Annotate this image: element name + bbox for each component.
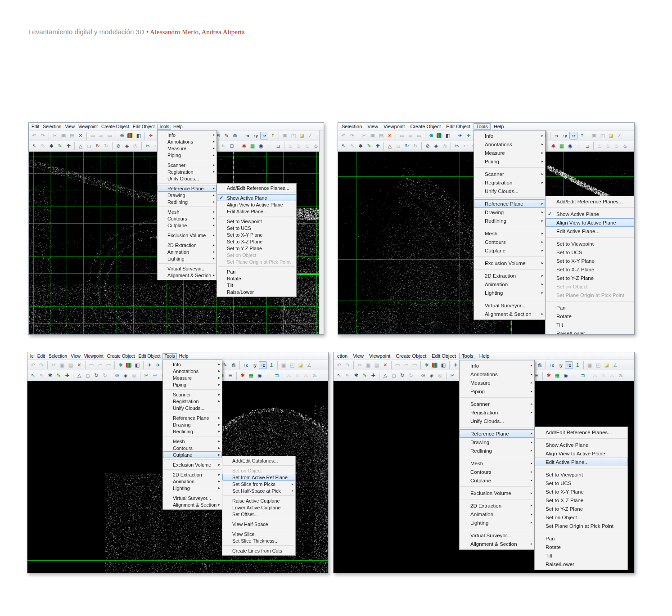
pan-hand-icon[interactable]: ✱ — [356, 142, 365, 150]
menu-item-set-on-object[interactable]: Set on Object — [535, 513, 627, 522]
highlight-option-icon[interactable]: ◪ — [298, 132, 306, 139]
render-mode-icon[interactable]: ❋ — [118, 132, 126, 139]
menu-item-scanner[interactable]: Scanner▸ — [474, 170, 545, 178]
select-cursor-icon[interactable]: ↖ — [339, 142, 347, 150]
menu-item-set-to-ucs[interactable]: Set to UCS — [546, 248, 635, 256]
redo-icon[interactable]: ↷ — [343, 361, 352, 369]
intensity-icon[interactable]: ◧ — [439, 361, 447, 369]
menu-item-set-to-y-z-plane[interactable]: Set to Y-Z Plane — [546, 274, 635, 282]
eraser-plane-icon[interactable]: ⊘ — [424, 142, 432, 150]
menu-item-registration[interactable]: Registration▸ — [474, 178, 545, 187]
menu-item-set-slice-from-picks[interactable]: Set Slice from Picks▸ — [222, 481, 295, 487]
ghost-object-icon[interactable]: ◌ — [266, 142, 274, 150]
menu-item-cutplane[interactable]: Cutplane▸ — [158, 222, 216, 229]
render-mode-icon[interactable]: ❋ — [423, 361, 431, 369]
draw-pen-icon[interactable]: ✎ — [54, 372, 63, 379]
spin-icon[interactable]: ↻ — [101, 372, 109, 379]
menu-item-alignment-section[interactable]: Alignment & Section▸ — [474, 310, 545, 318]
menu-item-measure[interactable]: Measure▸ — [163, 374, 222, 381]
up-z-button[interactable]: ↑z — [569, 132, 577, 139]
menu-item-set-from-active-ref-plane[interactable]: Set from Active Ref Plane — [222, 474, 295, 481]
menubar-item-edit-object[interactable]: Edit Object — [131, 124, 157, 130]
menu-item-add-edit-reference-planes[interactable]: Add/Edit Reference Planes... — [535, 428, 627, 436]
angle-measure-icon[interactable]: ∠ — [611, 361, 619, 369]
multi-pick-icon[interactable]: ⇖ — [348, 142, 356, 150]
menu-item-exclusion-volume[interactable]: Exclusion Volume▸ — [163, 461, 222, 468]
scan-pot-3-icon[interactable]: ♨ — [608, 372, 616, 379]
menu-item-annotations[interactable]: Annotations▸ — [163, 368, 222, 374]
menu-item-virtual-surveyor[interactable]: Virtual Surveyor... — [163, 495, 222, 501]
menu-item-set-offset[interactable]: Set Offset... — [222, 511, 295, 517]
menubar-item-edit-object[interactable]: Edit Object — [137, 353, 162, 359]
menu-item-edit-active-plane[interactable]: Edit Active Plane... — [535, 458, 627, 466]
fence-all-icon[interactable]: ▭ — [104, 361, 113, 369]
color-map-icon[interactable] — [437, 133, 442, 138]
menu-item-align-view-to-active-plane[interactable]: Align View to Active Plane — [217, 201, 296, 208]
pivot-icon[interactable]: ◎ — [436, 372, 444, 379]
cut-icon[interactable]: ✂ — [51, 132, 59, 139]
menubar-item-view[interactable]: View — [63, 124, 77, 130]
grow-vertical-icon[interactable]: ↥ — [578, 132, 586, 139]
menu-item-set-to-viewpoint[interactable]: Set to Viewpoint — [546, 239, 635, 248]
fence-rect-icon[interactable]: □ — [84, 372, 92, 379]
menu-item-animation[interactable]: Animation▸ — [163, 478, 222, 485]
pan-hand-icon[interactable]: ✱ — [352, 372, 360, 379]
menu-item-drawing[interactable]: Drawing▸ — [474, 208, 545, 216]
menu-item-align-view-to-active-plane[interactable]: Align View to Active Plane — [535, 449, 627, 458]
select-cursor-icon[interactable]: ↖ — [30, 142, 38, 150]
view-option-icon[interactable]: ▣ — [280, 361, 288, 369]
menu-item-raise-lower[interactable]: Raise/Lower — [535, 560, 627, 568]
menu-item-piping[interactable]: Piping▸ — [474, 157, 545, 166]
scan-pot-4-icon[interactable]: ♨ — [311, 372, 319, 379]
mesh-grid-icon[interactable]: ▦ — [553, 372, 561, 379]
menu-item-lighting[interactable]: Lighting▸ — [158, 255, 216, 262]
paste-icon[interactable]: ▤ — [377, 132, 385, 139]
menu-item-set-to-y-z-plane[interactable]: Set to Y-Z Plane — [535, 504, 627, 513]
menu-item-set-plane-origin-at-pick-point[interactable]: Set Plane Origin at Pick Point — [535, 522, 627, 530]
paste-icon[interactable]: ▤ — [68, 132, 76, 139]
color-map-icon[interactable] — [126, 363, 132, 368]
cube-view-icon[interactable]: ◈ — [432, 142, 440, 150]
translate-icon[interactable]: ✚ — [63, 372, 71, 379]
draw-pen-icon[interactable]: ✎ — [56, 142, 64, 150]
menu-item-info[interactable]: Info▸ — [158, 131, 216, 138]
grow-vertical-icon[interactable]: ↥ — [573, 361, 582, 369]
undo-icon[interactable]: ↶ — [335, 361, 343, 369]
view-option-icon[interactable]: ▣ — [281, 132, 289, 139]
redo-icon[interactable]: ↷ — [37, 361, 45, 369]
copy-icon[interactable]: ▣ — [58, 361, 66, 369]
sphere-object-icon[interactable]: ◉ — [257, 142, 265, 150]
menu-item-piping[interactable]: Piping▸ — [163, 381, 222, 388]
menubar-item-edit[interactable]: Edit — [36, 353, 47, 359]
scan-world-icon[interactable]: ✈ — [145, 361, 153, 369]
multi-pick-icon[interactable]: ⇖ — [39, 142, 47, 150]
view-option-2-icon[interactable]: ◰ — [599, 132, 607, 139]
port-icon[interactable]: ⊐ — [579, 372, 587, 379]
translate-icon[interactable]: ✚ — [374, 142, 382, 150]
view-back-icon[interactable]: ↩ — [461, 142, 469, 150]
menu-item-pan[interactable]: Pan — [546, 303, 635, 312]
fence-lasso-icon[interactable]: △ — [75, 372, 83, 379]
fence-all-icon[interactable]: ▭ — [410, 361, 419, 369]
menubar-item-tools[interactable]: Tools — [162, 353, 176, 359]
menu-item-info[interactable]: Info▸ — [474, 131, 545, 140]
copy-icon[interactable]: ▣ — [364, 361, 372, 369]
menu-item-set-to-x-z-plane[interactable]: Set to X-Z Plane — [546, 265, 635, 274]
menu-item-unify-clouds[interactable]: Unify Clouds... — [158, 175, 216, 182]
menubar-item-view[interactable]: View — [69, 353, 82, 359]
spin-icon[interactable]: ↻ — [411, 142, 419, 150]
axes-pick-icon[interactable]: ✱ — [239, 372, 247, 379]
render-mode-icon[interactable]: ❋ — [427, 132, 435, 139]
redo-icon[interactable]: ↷ — [39, 132, 47, 139]
angle-measure-icon[interactable]: ∠ — [307, 132, 315, 139]
menu-item-measure[interactable]: Measure▸ — [474, 148, 545, 157]
angle-measure-icon[interactable]: ∠ — [305, 361, 313, 369]
select-cursor-icon[interactable]: ↖ — [29, 372, 37, 379]
scan-pot-1-icon[interactable]: ♨ — [591, 372, 599, 379]
menu-item-piping[interactable]: Piping▸ — [460, 387, 534, 396]
menu-item-registration[interactable]: Registration▸ — [460, 408, 534, 417]
menu-item-info[interactable]: Info▸ — [163, 361, 222, 368]
menubar-item-ction[interactable]: ction — [334, 353, 350, 359]
menu-item-pan[interactable]: Pan — [217, 268, 296, 275]
menubar-item-viewpoint[interactable]: Viewpoint — [366, 353, 393, 359]
